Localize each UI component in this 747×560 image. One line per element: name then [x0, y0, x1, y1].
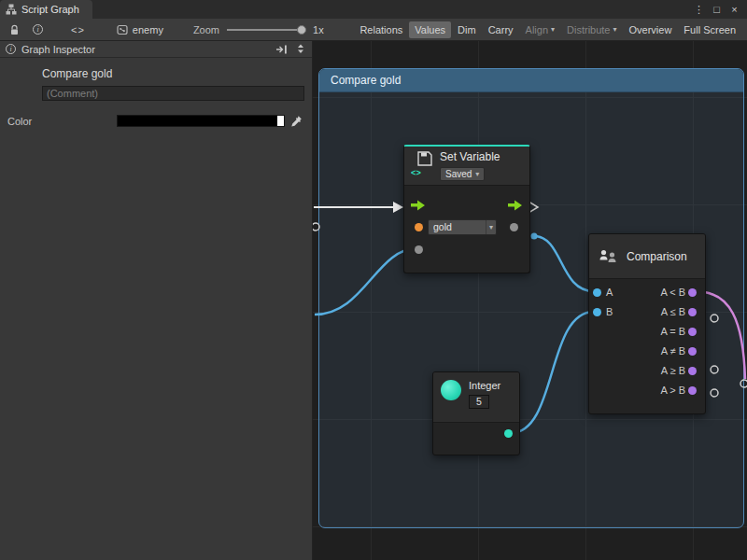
node-title: Integer: [469, 380, 500, 391]
node-integer[interactable]: Integer 5: [432, 371, 520, 455]
output-port-alteb[interactable]: [688, 308, 697, 316]
integer-output-port[interactable]: [504, 429, 513, 438]
set-variable-header[interactable]: <> Set Variable Saved ▾: [404, 147, 529, 186]
inspector-graph-title: Compare gold: [42, 67, 312, 80]
align-dropdown-button[interactable]: Align ▾: [520, 21, 560, 38]
variable-input-port[interactable]: [415, 223, 423, 231]
value-input-port[interactable]: [415, 245, 423, 254]
close-icon[interactable]: ×: [726, 1, 742, 18]
panel-options-icon[interactable]: [295, 44, 306, 54]
window-content: i Graph Inspector Compare gold Color: [0, 41, 747, 560]
inspector-toggle-button[interactable]: i: [29, 23, 47, 35]
variable-badge-icon: <>: [411, 169, 421, 178]
output-label: A > B: [660, 385, 685, 396]
comment-input[interactable]: [42, 86, 304, 101]
output-label: A ≠ B: [661, 345, 685, 357]
group-title: Compare gold: [331, 74, 401, 87]
info-icon: i: [6, 44, 16, 54]
color-row: Color: [0, 115, 312, 127]
window-controls: ⋮ □ ×: [691, 0, 747, 19]
chevron-down-icon: ▾: [475, 170, 479, 178]
maximize-icon[interactable]: □: [709, 1, 725, 18]
chevron-down-icon: ▾: [486, 220, 496, 234]
output-port-aeqb[interactable]: [688, 328, 697, 336]
comparison-row: A ≥ B: [589, 361, 705, 381]
variable-name-dropdown[interactable]: gold ▾: [428, 219, 497, 235]
dim-button[interactable]: Dim: [452, 21, 482, 38]
graph-name: enemy: [133, 24, 163, 35]
graph-breadcrumb[interactable]: enemy: [117, 24, 163, 35]
output-port-agteb[interactable]: [688, 367, 697, 375]
comparison-header[interactable]: Comparison: [589, 234, 705, 279]
node-title: Comparison: [627, 250, 687, 263]
script-graph-icon: [6, 4, 17, 15]
zoom-value: 1x: [313, 24, 324, 35]
output-label: A < B: [660, 287, 685, 298]
code-view-button[interactable]: <>: [71, 24, 85, 35]
node-set-variable[interactable]: <> Set Variable Saved ▾: [403, 145, 530, 273]
eyedropper-icon: [290, 115, 303, 127]
comparison-icon: [599, 248, 618, 264]
info-icon: i: [33, 24, 43, 35]
graph-canvas[interactable]: Compare gold: [313, 41, 747, 560]
chevron-down-icon: ▾: [613, 25, 617, 34]
zoom-slider[interactable]: [227, 25, 306, 35]
carry-button[interactable]: Carry: [483, 21, 519, 38]
script-graph-window: Script Graph ⋮ □ × i <> enemy: [0, 0, 747, 560]
output-label: A ≥ B: [661, 365, 685, 376]
value-output-port[interactable]: [510, 223, 518, 231]
flow-output-port[interactable]: [508, 200, 523, 211]
input-label: B: [606, 306, 613, 317]
output-label: A = B: [660, 326, 685, 337]
fullscreen-button[interactable]: Full Screen: [678, 21, 741, 38]
output-port-aneqb[interactable]: [688, 347, 697, 356]
input-port-b[interactable]: [593, 308, 601, 316]
output-port-agtb[interactable]: [688, 386, 697, 395]
window-title: Script Graph: [21, 4, 79, 15]
alpha-indicator: [277, 116, 284, 126]
graph-toolbar: i <> enemy Zoom 1x Relations Values: [0, 19, 747, 41]
group-header[interactable]: Compare gold: [319, 69, 743, 92]
output-label: A ≤ B: [661, 306, 685, 317]
node-title: Set Variable: [440, 150, 500, 164]
zoom-slider-track: [227, 29, 306, 31]
integer-header[interactable]: Integer 5: [433, 372, 519, 423]
input-port-a[interactable]: [593, 288, 601, 297]
eyedropper-button[interactable]: [290, 115, 303, 127]
comparison-row: A ≠ B: [589, 342, 705, 361]
toolbar-button-group: Relations Values Dim Carry Align ▾ Distr…: [354, 21, 741, 38]
node-comparison[interactable]: Comparison A A < B B A ≤ B: [588, 233, 706, 414]
graph-asset-icon: [117, 24, 128, 35]
zoom-label: Zoom: [193, 24, 219, 35]
color-label: Color: [7, 116, 117, 127]
tab-script-graph[interactable]: Script Graph: [0, 0, 92, 19]
relations-button[interactable]: Relations: [354, 21, 408, 38]
chevron-down-icon: ▾: [551, 25, 555, 34]
dock-panel-icon[interactable]: [275, 45, 288, 54]
comparison-row: A A < B: [589, 283, 705, 302]
integer-value-field[interactable]: 5: [469, 395, 489, 409]
overview-button[interactable]: Overview: [624, 21, 678, 38]
comparison-row: B A ≤ B: [589, 302, 705, 322]
window-menu-icon[interactable]: ⋮: [691, 1, 707, 18]
comparison-row: A > B: [589, 381, 705, 400]
comparison-row: A = B: [589, 322, 705, 342]
input-label: A: [606, 287, 613, 298]
lock-icon: [9, 24, 20, 35]
integer-icon: [441, 380, 461, 400]
flow-input-port[interactable]: [411, 200, 426, 211]
color-field[interactable]: [117, 115, 285, 127]
graph-inspector-panel: i Graph Inspector Compare gold Color: [0, 41, 313, 560]
variable-scope-dropdown[interactable]: Saved ▾: [440, 167, 485, 181]
graph-inspector-title: Graph Inspector: [21, 44, 95, 55]
output-port-altb[interactable]: [688, 288, 697, 297]
zoom-slider-handle[interactable]: [297, 25, 306, 35]
titlebar: Script Graph ⋮ □ ×: [0, 0, 747, 19]
lock-button[interactable]: [6, 23, 23, 36]
values-button[interactable]: Values: [409, 21, 451, 38]
save-variable-icon: [417, 151, 432, 166]
distribute-dropdown-button[interactable]: Distribute ▾: [561, 21, 622, 38]
graph-inspector-header: i Graph Inspector: [0, 41, 312, 58]
